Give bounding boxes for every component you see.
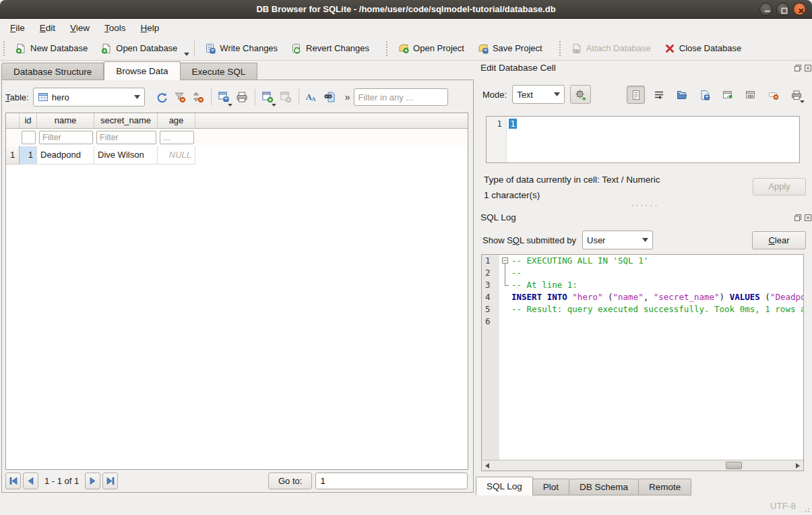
set-null-button[interactable] <box>764 86 782 104</box>
auto-apply-button[interactable] <box>570 85 591 104</box>
tab-database-structure[interactable]: Database Structure <box>1 63 104 80</box>
table-select[interactable]: hero <box>33 88 145 107</box>
delete-record-button[interactable] <box>277 88 295 107</box>
export-cell-data-button[interactable] <box>695 86 714 104</box>
toolbar-drag-handle[interactable] <box>385 40 389 57</box>
tab-execute-sql[interactable]: Execute SQL <box>181 63 258 80</box>
chevron-down-icon <box>800 100 805 103</box>
word-wrap-button[interactable] <box>650 86 668 104</box>
goto-input[interactable] <box>315 473 468 489</box>
toolbar-drag-handle[interactable] <box>3 40 6 57</box>
menu-tools[interactable]: Tools <box>97 21 133 35</box>
revert-changes-button[interactable]: Revert Changes <box>284 40 376 57</box>
open-project-button[interactable]: Open Project <box>392 40 471 57</box>
column-header-name[interactable]: name <box>37 113 94 129</box>
dock-tab-remote[interactable]: Remote <box>638 479 691 495</box>
column-header-id[interactable]: id <box>20 113 37 129</box>
import-cell-data-button[interactable] <box>673 86 691 104</box>
clear-sorting-button[interactable] <box>189 88 208 107</box>
sql-log-content[interactable]: 1 -- EXECUTING ALL IN 'SQL 1' 2 -- 3 -- … <box>482 255 803 460</box>
toolbar-overflow-button[interactable]: » <box>342 92 354 102</box>
float-dock-button[interactable] <box>794 214 802 222</box>
close-dock-button[interactable] <box>804 64 812 72</box>
horizontal-scrollbar[interactable] <box>482 460 803 471</box>
dock-splitter[interactable] <box>630 204 660 208</box>
save-table-button[interactable] <box>215 88 233 107</box>
grid-corner[interactable] <box>6 113 20 129</box>
apply-button[interactable]: Apply <box>753 178 806 195</box>
clear-filters-button[interactable] <box>171 88 189 107</box>
fold-margin[interactable] <box>499 267 511 279</box>
menu-help[interactable]: Help <box>133 21 167 35</box>
cell-name[interactable]: Deadpond <box>37 146 94 164</box>
table-icon <box>38 92 49 102</box>
first-record-button[interactable] <box>5 473 21 489</box>
close-icon <box>804 214 812 222</box>
maximize-button[interactable] <box>776 3 789 16</box>
filter-input-id[interactable] <box>22 131 36 144</box>
sql-source-select[interactable]: User <box>582 231 653 249</box>
save-project-button[interactable]: Save Project <box>471 40 549 57</box>
write-changes-button[interactable]: Write Changes <box>198 40 284 57</box>
previous-record-button[interactable] <box>23 473 38 489</box>
dock-tab-db-schema[interactable]: DB Schema <box>569 479 639 495</box>
find-in-table-button[interactable] <box>321 88 339 107</box>
insert-record-button[interactable] <box>259 88 277 107</box>
sql-log-viewer[interactable]: 1 -- EXECUTING ALL IN 'SQL 1' 2 -- 3 -- … <box>481 254 804 471</box>
dock-tab-sql-log[interactable]: SQL Log <box>476 477 533 495</box>
open-database-button[interactable]: Open Database <box>94 40 184 57</box>
scrollbar-thumb[interactable] <box>726 462 742 469</box>
menu-edit[interactable]: Edit <box>32 21 63 35</box>
fold-margin[interactable] <box>499 303 511 315</box>
fold-margin[interactable] <box>499 315 511 328</box>
text-mode-button[interactable] <box>627 86 645 104</box>
cell-id[interactable]: 1 <box>20 146 37 164</box>
goto-button[interactable]: Go to: <box>268 473 312 489</box>
fold-margin[interactable] <box>499 291 511 303</box>
cell-secret-name[interactable]: Dive Wilson <box>94 146 158 164</box>
grid-filter-row <box>6 129 468 146</box>
column-header-age[interactable]: age <box>158 113 195 129</box>
global-filter-input[interactable] <box>354 88 448 106</box>
toolbar-separator <box>299 89 299 105</box>
cell-editor-content[interactable]: 1 <box>507 117 517 162</box>
filter-input-name[interactable] <box>39 131 93 144</box>
print-table-button[interactable] <box>233 88 251 107</box>
close-dock-button[interactable] <box>804 214 812 222</box>
close-button[interactable] <box>793 3 806 16</box>
scroll-right-arrow[interactable] <box>794 462 802 470</box>
column-header-secret-name[interactable]: secret_name <box>94 113 158 129</box>
dock-tab-plot[interactable]: Plot <box>532 479 569 495</box>
copy-link-button[interactable] <box>741 86 759 104</box>
clear-log-button[interactable]: Clear <box>752 231 806 249</box>
record-range-text: 1 - 1 of 1 <box>44 476 79 486</box>
mode-select[interactable]: Text <box>512 85 565 104</box>
refresh-button[interactable] <box>153 88 171 107</box>
scroll-left-arrow[interactable] <box>483 462 491 470</box>
tab-browse-data[interactable]: Browse Data <box>104 61 180 80</box>
open-database-dropdown[interactable] <box>184 41 191 56</box>
filter-input-secret-name[interactable] <box>96 131 156 144</box>
close-database-button[interactable]: Close Database <box>658 40 749 57</box>
filter-input-age[interactable] <box>160 131 194 144</box>
float-dock-button[interactable] <box>794 64 802 72</box>
titlebar[interactable]: DB Browser for SQLite - /home/user/code/… <box>0 0 812 19</box>
log-line: 4 INSERT INTO "hero" ("name", "secret_na… <box>482 291 803 303</box>
fold-margin[interactable] <box>499 255 511 267</box>
next-record-button[interactable] <box>85 473 100 489</box>
last-record-button[interactable] <box>102 473 118 489</box>
menu-view[interactable]: View <box>63 21 97 35</box>
row-number[interactable]: 1 <box>6 146 20 164</box>
minimize-button[interactable] <box>759 3 772 16</box>
toolbar-drag-handle[interactable] <box>559 40 562 57</box>
fold-collapse-icon[interactable] <box>502 258 508 264</box>
edit-display-format-button[interactable]: A A <box>303 88 321 107</box>
open-in-external-button[interactable] <box>718 86 737 104</box>
menu-file[interactable]: File <box>3 21 32 35</box>
resize-grip[interactable] <box>802 505 811 514</box>
fold-margin[interactable] <box>499 279 511 291</box>
attach-database-button[interactable]: Attach Database <box>565 40 658 57</box>
new-database-button[interactable]: New Database <box>9 40 94 57</box>
cell-editor[interactable]: 1 1 <box>486 116 800 163</box>
cell-age[interactable]: NULL <box>158 146 195 164</box>
